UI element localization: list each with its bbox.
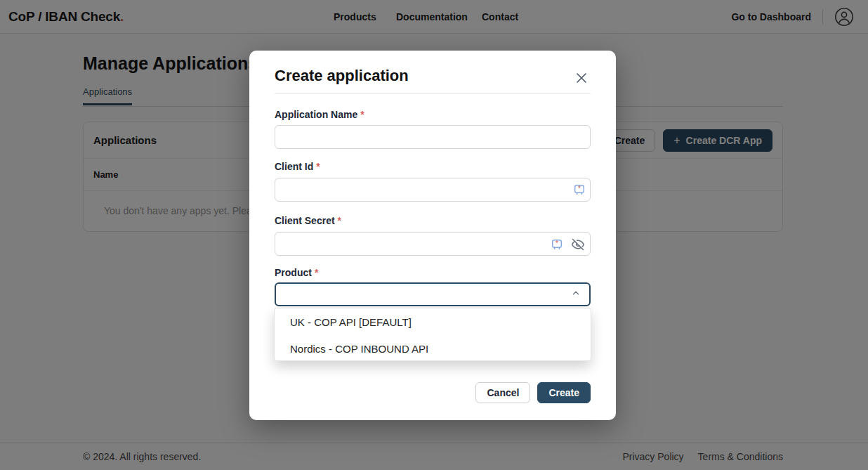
client-secret-label: Client Secret* xyxy=(275,215,341,226)
modal-actions: Cancel Create xyxy=(475,382,591,403)
create-application-modal: Create application Application Name* Cli… xyxy=(249,51,616,420)
dropdown-option-nordics-cop-inbound-api[interactable]: Nordics - COP INBOUND API xyxy=(275,335,591,361)
chevron-up-icon xyxy=(571,288,581,301)
close-icon[interactable] xyxy=(574,71,588,85)
client-id-input[interactable] xyxy=(275,178,591,202)
required-asterisk: * xyxy=(338,215,341,226)
required-asterisk: * xyxy=(315,267,318,278)
modal-divider xyxy=(275,93,591,94)
client-secret-input-icons: * xyxy=(551,237,585,254)
application-name-input[interactable] xyxy=(275,125,591,149)
required-asterisk: * xyxy=(360,109,364,120)
page: CoP / IBAN Check. Products Documentation… xyxy=(0,0,868,470)
modal-create-button[interactable]: Create xyxy=(537,382,591,403)
cancel-button[interactable]: Cancel xyxy=(475,382,530,403)
client-secret-input[interactable] xyxy=(275,232,591,256)
autofill-key-icon[interactable]: * xyxy=(551,239,563,253)
svg-text:*: * xyxy=(578,185,581,192)
product-select[interactable] xyxy=(275,282,591,306)
client-id-input-icons: * xyxy=(574,184,585,198)
product-label: Product* xyxy=(275,267,318,278)
eye-off-icon[interactable] xyxy=(571,237,585,254)
product-dropdown: UK - COP API [DEFAULT] Nordics - COP INB… xyxy=(274,308,591,361)
dropdown-option-uk-cop-api[interactable]: UK - COP API [DEFAULT] xyxy=(275,308,591,335)
required-asterisk: * xyxy=(316,161,320,172)
autofill-key-icon[interactable]: * xyxy=(574,184,585,198)
modal-title: Create application xyxy=(275,67,409,85)
svg-text:*: * xyxy=(555,240,558,247)
application-name-label: Application Name* xyxy=(275,109,364,120)
client-id-label: Client Id* xyxy=(275,161,320,172)
